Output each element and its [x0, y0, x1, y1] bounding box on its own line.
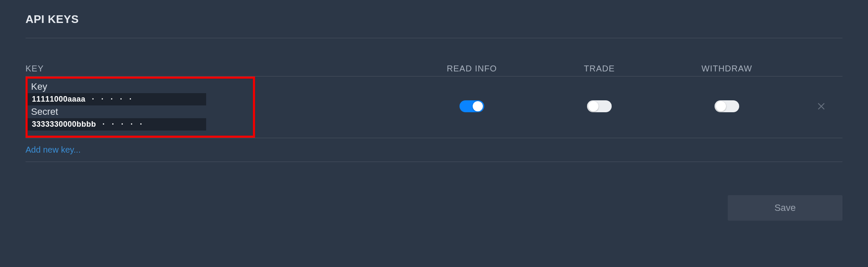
save-button[interactable]: Save: [728, 195, 842, 221]
table-header: KEY READ INFO TRADE WITHDRAW: [26, 64, 842, 77]
key-field-label: Key: [28, 81, 250, 92]
key-highlight-box: Key 11111000aaaa · · · · · Secret 333333…: [26, 77, 255, 138]
column-header-read-info: READ INFO: [408, 64, 536, 74]
key-field-value[interactable]: 11111000aaaa · · · · ·: [28, 93, 206, 105]
trade-toggle[interactable]: [587, 100, 612, 112]
column-header-withdraw: WITHDRAW: [663, 64, 791, 74]
read-info-toggle[interactable]: [460, 100, 484, 112]
add-new-key-link[interactable]: Add new key...: [26, 145, 81, 154]
secret-field-label: Secret: [28, 106, 250, 117]
column-header-trade: TRADE: [536, 64, 663, 74]
withdraw-toggle[interactable]: [715, 100, 739, 112]
column-header-key: KEY: [26, 64, 408, 74]
page-title: API KEYS: [26, 13, 842, 38]
api-key-row: Key 11111000aaaa · · · · · Secret 333333…: [26, 77, 842, 138]
secret-field-value[interactable]: 3333330000bbbb · · · · ·: [28, 118, 206, 131]
close-icon[interactable]: [817, 102, 825, 111]
